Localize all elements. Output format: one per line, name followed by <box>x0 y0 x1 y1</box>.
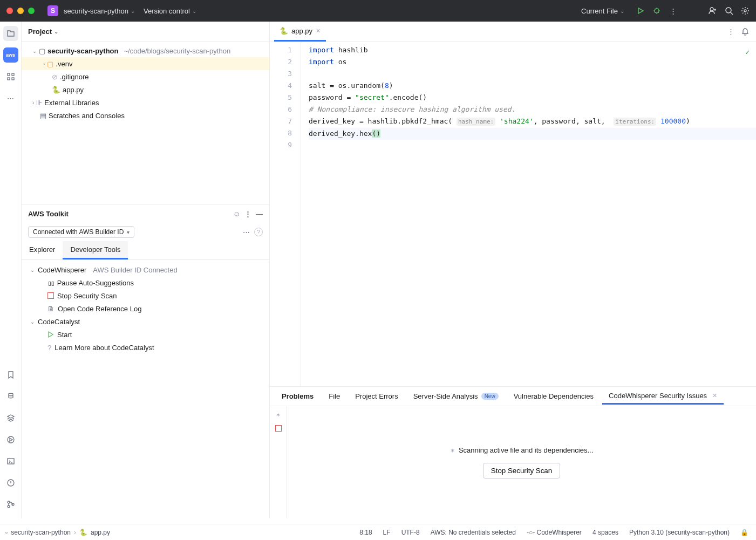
chevron-down-icon: ⌄ <box>131 8 135 14</box>
tab-file[interactable]: File <box>322 389 346 404</box>
python-file-icon: 🐍 <box>280 27 288 35</box>
folder-icon: ▢ <box>39 47 45 55</box>
more-icon[interactable]: ⋮ <box>727 28 734 36</box>
pause-auto-suggestions[interactable]: ▯▯ Pause Auto-Suggestions <box>22 276 269 289</box>
caret-position[interactable]: 8:18 <box>359 529 372 536</box>
svg-point-2 <box>726 8 731 13</box>
stop-icon[interactable] <box>275 425 282 432</box>
titlebar: S security-scan-python ⌄ Version control… <box>0 0 756 22</box>
project-name: security-scan-python <box>64 7 128 15</box>
tree-root[interactable]: ⌄ ▢ security-scan-python ~/code/blogs/se… <box>22 44 269 57</box>
codecatalyst-start[interactable]: Start <box>22 328 269 341</box>
scanning-status: Scanning active file and its dependencie… <box>450 446 594 454</box>
more-icon[interactable]: ⋮ <box>244 210 251 218</box>
aws-credentials-status[interactable]: AWS: No credentials selected <box>431 529 516 536</box>
run-icon[interactable] <box>636 6 645 15</box>
search-icon[interactable] <box>725 6 733 15</box>
breadcrumb[interactable]: ▫ security-scan-python › 🐍 app.py <box>5 529 110 536</box>
layers-tool-button[interactable] <box>3 411 18 426</box>
code-editor[interactable]: 123456789 import hashlibimport os salt =… <box>270 42 756 386</box>
close-tab-icon[interactable]: ✕ <box>712 392 717 399</box>
python-file-icon: 🐍 <box>79 529 87 536</box>
vcs-menu[interactable]: Version control ⌄ <box>139 5 201 17</box>
stop-security-scan-button[interactable]: Stop Security Scan <box>483 463 560 479</box>
scratch-icon: ▤ <box>40 112 46 120</box>
pause-icon: ▯▯ <box>47 279 54 287</box>
help-icon[interactable]: ? <box>254 228 263 236</box>
chevron-down-icon[interactable]: ⌄ <box>54 29 58 35</box>
tree-gitignore[interactable]: ⊘ .gitignore <box>22 70 269 83</box>
gear-icon[interactable] <box>741 6 750 15</box>
lock-icon[interactable]: 🔒 <box>740 529 748 536</box>
tab-developer-tools[interactable]: Developer Tools <box>63 241 128 259</box>
open-code-reference-log[interactable]: 🗎 Open Code Reference Log <box>22 302 269 315</box>
tab-server-analysis[interactable]: Server-Side Analysis New <box>407 389 505 404</box>
add-user-icon[interactable] <box>709 6 717 15</box>
more-tool-button[interactable]: ⋯ <box>3 91 18 106</box>
bookmarks-tool-button[interactable] <box>3 367 18 382</box>
project-tool-button[interactable] <box>3 26 18 41</box>
cw-status: AWS Builder ID Connected <box>93 266 177 274</box>
codewhisperer-status[interactable]: -○- CodeWhisperer <box>527 529 582 536</box>
aws-connection-dropdown[interactable]: Connected with AWS Builder ID ▾ <box>28 226 134 238</box>
tree-external-libs[interactable]: › ⊪ External Libraries <box>22 96 269 109</box>
tree-app-py[interactable]: 🐍 app.py <box>22 83 269 96</box>
stop-label: Stop Security Scan <box>57 292 117 300</box>
maximize-window-button[interactable] <box>28 8 35 14</box>
file-encoding[interactable]: UTF-8 <box>401 529 420 536</box>
ext-libs-label: External Libraries <box>44 99 99 107</box>
codecatalyst-learn[interactable]: ? Learn More about CodeCatalyst <box>22 341 269 354</box>
root-path: ~/code/blogs/security-scan-python <box>124 47 230 55</box>
cc-label: CodeCatalyst <box>38 318 80 326</box>
vcs-label: Version control <box>144 7 190 15</box>
tab-codewhisperer-issues[interactable]: CodeWhisperer Security Issues ✕ <box>602 388 724 405</box>
inspection-ok-icon[interactable]: ✓ <box>745 46 750 58</box>
code-content[interactable]: import hashlibimport os salt = os.urando… <box>301 42 756 386</box>
line-ending[interactable]: LF <box>383 529 391 536</box>
tree-scratches[interactable]: ▤ Scratches and Consoles <box>22 109 269 122</box>
terminal-tool-button[interactable] <box>3 454 18 469</box>
aws-toolkit-panel: AWS Toolkit ☺ ⋮ — Connected with AWS Bui… <box>22 204 269 518</box>
module-icon: ▫ <box>5 529 8 536</box>
codecatalyst-node[interactable]: ⌄ CodeCatalyst <box>22 315 269 328</box>
more-icon[interactable]: ⋯ <box>243 228 250 236</box>
services-tool-button[interactable] <box>3 432 18 447</box>
svg-rect-6 <box>8 78 10 80</box>
stop-security-scan[interactable]: Stop Security Scan <box>22 289 269 302</box>
svg-rect-7 <box>12 78 14 80</box>
python-packages-button[interactable] <box>3 389 18 404</box>
stop-icon <box>47 292 54 299</box>
svg-point-12 <box>8 505 10 508</box>
python-file-icon: 🐍 <box>52 86 60 94</box>
notifications-icon[interactable] <box>741 28 750 36</box>
feedback-icon[interactable]: ☺ <box>233 210 240 218</box>
editor-tab-app-py[interactable]: 🐍 app.py ✕ <box>274 22 326 42</box>
root-name: security-scan-python <box>47 47 118 55</box>
activity-bar: aws ⋯ <box>0 22 22 518</box>
tab-vulnerable-deps[interactable]: Vulnerable Dependencies <box>507 389 600 404</box>
tab-explorer[interactable]: Explorer <box>22 241 63 259</box>
more-icon[interactable]: ⋮ <box>669 6 677 15</box>
tab-project-errors[interactable]: Project Errors <box>349 389 404 404</box>
connection-label: Connected with AWS Builder ID <box>33 228 124 236</box>
project-selector[interactable]: S security-scan-python ⌄ <box>43 3 139 18</box>
git-tool-button[interactable] <box>3 497 18 512</box>
problems-tool-button[interactable] <box>3 475 18 490</box>
project-panel-header: Project ⌄ <box>22 22 269 42</box>
indent-status[interactable]: 4 spaces <box>592 529 618 536</box>
spinner-icon <box>276 411 281 419</box>
minimize-icon[interactable]: — <box>256 210 263 218</box>
tab-problems[interactable]: Problems <box>275 389 320 404</box>
chevron-down-icon: ⌄ <box>620 8 624 14</box>
close-tab-icon[interactable]: ✕ <box>316 28 321 35</box>
codewhisperer-node[interactable]: ⌄ CodeWhisperer AWS Builder ID Connected <box>22 263 269 276</box>
run-config-selector[interactable]: Current File ⌄ <box>577 5 629 17</box>
interpreter-status[interactable]: Python 3.10 (security-scan-python) <box>629 529 730 536</box>
aws-toolkit-button[interactable]: aws <box>3 47 18 63</box>
minimize-window-button[interactable] <box>17 8 24 14</box>
tree-venv[interactable]: › ▢ .venv <box>22 57 269 70</box>
close-window-button[interactable] <box>6 8 13 14</box>
debug-icon[interactable] <box>652 6 661 15</box>
run-icon <box>47 331 54 338</box>
structure-tool-button[interactable] <box>3 69 18 84</box>
